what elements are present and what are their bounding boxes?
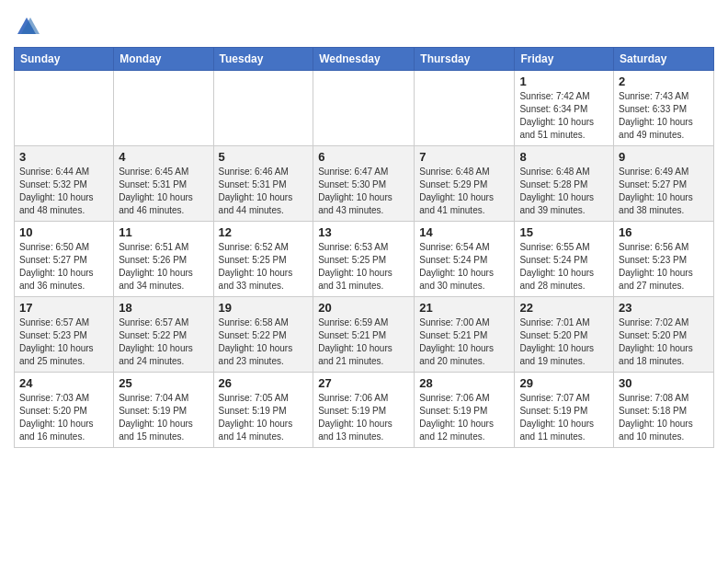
- day-info: Sunrise: 6:58 AMSunset: 5:22 PMDaylight:…: [219, 316, 309, 368]
- header: [14, 9, 714, 40]
- day-header-monday: Monday: [114, 48, 213, 71]
- calendar-cell: 30Sunrise: 7:08 AMSunset: 5:18 PMDayligh…: [614, 373, 714, 448]
- day-info: Sunrise: 7:03 AMSunset: 5:20 PMDaylight:…: [19, 392, 108, 443]
- calendar-week-row: 24Sunrise: 7:03 AMSunset: 5:20 PMDayligh…: [15, 373, 714, 448]
- calendar-cell: 10Sunrise: 6:50 AMSunset: 5:27 PMDayligh…: [15, 222, 114, 297]
- day-number: 21: [419, 301, 509, 315]
- day-info: Sunrise: 6:46 AMSunset: 5:31 PMDaylight:…: [219, 166, 309, 217]
- day-number: 17: [19, 301, 108, 315]
- day-info: Sunrise: 6:47 AMSunset: 5:30 PMDaylight:…: [318, 166, 409, 217]
- logo-icon: [14, 14, 40, 40]
- day-number: 12: [219, 225, 309, 239]
- day-number: 15: [519, 225, 609, 239]
- day-number: 13: [318, 225, 409, 239]
- day-info: Sunrise: 7:07 AMSunset: 5:19 PMDaylight:…: [519, 392, 609, 443]
- day-info: Sunrise: 7:02 AMSunset: 5:20 PMDaylight:…: [619, 316, 709, 368]
- calendar-cell: 9Sunrise: 6:49 AMSunset: 5:27 PMDaylight…: [614, 146, 714, 222]
- calendar-cell: 20Sunrise: 6:59 AMSunset: 5:21 PMDayligh…: [313, 297, 415, 373]
- calendar-cell: 3Sunrise: 6:44 AMSunset: 5:32 PMDaylight…: [15, 146, 114, 222]
- day-number: 18: [119, 301, 208, 315]
- day-number: 5: [219, 150, 309, 164]
- calendar-cell: 24Sunrise: 7:03 AMSunset: 5:20 PMDayligh…: [15, 373, 114, 448]
- day-number: 3: [19, 150, 108, 164]
- calendar-cell: 26Sunrise: 7:05 AMSunset: 5:19 PMDayligh…: [213, 373, 313, 448]
- calendar-cell: 29Sunrise: 7:07 AMSunset: 5:19 PMDayligh…: [515, 373, 614, 448]
- calendar-cell: [15, 71, 114, 146]
- day-number: 10: [19, 225, 108, 239]
- day-info: Sunrise: 6:55 AMSunset: 5:24 PMDaylight:…: [519, 241, 609, 293]
- calendar-cell: 2Sunrise: 7:43 AMSunset: 6:33 PMDaylight…: [614, 71, 714, 146]
- calendar-cell: 14Sunrise: 6:54 AMSunset: 5:24 PMDayligh…: [415, 222, 515, 297]
- day-info: Sunrise: 6:54 AMSunset: 5:24 PMDaylight:…: [419, 241, 509, 293]
- day-number: 22: [519, 301, 609, 315]
- day-number: 28: [419, 376, 509, 390]
- calendar-cell: 16Sunrise: 6:56 AMSunset: 5:23 PMDayligh…: [614, 222, 714, 297]
- calendar-week-row: 17Sunrise: 6:57 AMSunset: 5:23 PMDayligh…: [15, 297, 714, 373]
- calendar-cell: 23Sunrise: 7:02 AMSunset: 5:20 PMDayligh…: [614, 297, 714, 373]
- calendar-cell: 8Sunrise: 6:48 AMSunset: 5:28 PMDaylight…: [515, 146, 614, 222]
- calendar-week-row: 3Sunrise: 6:44 AMSunset: 5:32 PMDaylight…: [15, 146, 714, 222]
- calendar-cell: 7Sunrise: 6:48 AMSunset: 5:29 PMDaylight…: [415, 146, 515, 222]
- day-header-wednesday: Wednesday: [313, 48, 415, 71]
- day-info: Sunrise: 7:43 AMSunset: 6:33 PMDaylight:…: [619, 90, 709, 142]
- day-info: Sunrise: 6:45 AMSunset: 5:31 PMDaylight:…: [119, 166, 208, 217]
- day-header-thursday: Thursday: [415, 48, 515, 71]
- calendar-cell: 6Sunrise: 6:47 AMSunset: 5:30 PMDaylight…: [313, 146, 415, 222]
- calendar-cell: [213, 71, 313, 146]
- page: SundayMondayTuesdayWednesdayThursdayFrid…: [0, 0, 728, 563]
- calendar: SundayMondayTuesdayWednesdayThursdayFrid…: [14, 47, 714, 448]
- day-info: Sunrise: 6:50 AMSunset: 5:27 PMDaylight:…: [19, 241, 108, 293]
- day-number: 11: [119, 225, 208, 239]
- day-number: 27: [318, 376, 409, 390]
- day-info: Sunrise: 6:52 AMSunset: 5:25 PMDaylight:…: [219, 241, 309, 293]
- day-info: Sunrise: 7:42 AMSunset: 6:34 PMDaylight:…: [519, 90, 609, 142]
- day-info: Sunrise: 6:44 AMSunset: 5:32 PMDaylight:…: [19, 166, 108, 217]
- calendar-cell: [415, 71, 515, 146]
- day-info: Sunrise: 7:00 AMSunset: 5:21 PMDaylight:…: [419, 316, 509, 368]
- day-number: 1: [519, 75, 609, 88]
- day-info: Sunrise: 7:08 AMSunset: 5:18 PMDaylight:…: [619, 392, 709, 443]
- day-info: Sunrise: 6:59 AMSunset: 5:21 PMDaylight:…: [318, 316, 409, 368]
- day-header-sunday: Sunday: [15, 48, 114, 71]
- day-info: Sunrise: 6:48 AMSunset: 5:29 PMDaylight:…: [419, 166, 509, 217]
- day-number: 2: [619, 75, 709, 88]
- day-info: Sunrise: 7:06 AMSunset: 5:19 PMDaylight:…: [419, 392, 509, 443]
- calendar-week-row: 1Sunrise: 7:42 AMSunset: 6:34 PMDaylight…: [15, 71, 714, 146]
- calendar-cell: [313, 71, 415, 146]
- calendar-cell: 25Sunrise: 7:04 AMSunset: 5:19 PMDayligh…: [114, 373, 213, 448]
- calendar-cell: 1Sunrise: 7:42 AMSunset: 6:34 PMDaylight…: [515, 71, 614, 146]
- day-number: 6: [318, 150, 409, 164]
- calendar-cell: 12Sunrise: 6:52 AMSunset: 5:25 PMDayligh…: [213, 222, 313, 297]
- calendar-cell: 22Sunrise: 7:01 AMSunset: 5:20 PMDayligh…: [515, 297, 614, 373]
- day-header-saturday: Saturday: [614, 48, 714, 71]
- calendar-week-row: 10Sunrise: 6:50 AMSunset: 5:27 PMDayligh…: [15, 222, 714, 297]
- calendar-cell: 11Sunrise: 6:51 AMSunset: 5:26 PMDayligh…: [114, 222, 213, 297]
- calendar-cell: [114, 71, 213, 146]
- day-info: Sunrise: 6:56 AMSunset: 5:23 PMDaylight:…: [619, 241, 709, 293]
- calendar-body: 1Sunrise: 7:42 AMSunset: 6:34 PMDaylight…: [15, 71, 714, 448]
- day-info: Sunrise: 6:49 AMSunset: 5:27 PMDaylight:…: [619, 166, 709, 217]
- day-number: 29: [519, 376, 609, 390]
- calendar-cell: 15Sunrise: 6:55 AMSunset: 5:24 PMDayligh…: [515, 222, 614, 297]
- calendar-cell: 27Sunrise: 7:06 AMSunset: 5:19 PMDayligh…: [313, 373, 415, 448]
- calendar-cell: 18Sunrise: 6:57 AMSunset: 5:22 PMDayligh…: [114, 297, 213, 373]
- calendar-cell: 28Sunrise: 7:06 AMSunset: 5:19 PMDayligh…: [415, 373, 515, 448]
- day-number: 23: [619, 301, 709, 315]
- day-number: 16: [619, 225, 709, 239]
- day-number: 25: [119, 376, 208, 390]
- day-info: Sunrise: 6:53 AMSunset: 5:25 PMDaylight:…: [318, 241, 409, 293]
- calendar-cell: 13Sunrise: 6:53 AMSunset: 5:25 PMDayligh…: [313, 222, 415, 297]
- day-number: 7: [419, 150, 509, 164]
- day-info: Sunrise: 7:04 AMSunset: 5:19 PMDaylight:…: [119, 392, 208, 443]
- calendar-cell: 17Sunrise: 6:57 AMSunset: 5:23 PMDayligh…: [15, 297, 114, 373]
- day-info: Sunrise: 6:51 AMSunset: 5:26 PMDaylight:…: [119, 241, 208, 293]
- day-info: Sunrise: 6:57 AMSunset: 5:22 PMDaylight:…: [119, 316, 208, 368]
- day-info: Sunrise: 7:05 AMSunset: 5:19 PMDaylight:…: [219, 392, 309, 443]
- day-info: Sunrise: 7:06 AMSunset: 5:19 PMDaylight:…: [318, 392, 409, 443]
- calendar-cell: 21Sunrise: 7:00 AMSunset: 5:21 PMDayligh…: [415, 297, 515, 373]
- day-number: 9: [619, 150, 709, 164]
- day-header-friday: Friday: [515, 48, 614, 71]
- day-info: Sunrise: 7:01 AMSunset: 5:20 PMDaylight:…: [519, 316, 609, 368]
- calendar-header-row: SundayMondayTuesdayWednesdayThursdayFrid…: [15, 48, 714, 71]
- day-number: 19: [219, 301, 309, 315]
